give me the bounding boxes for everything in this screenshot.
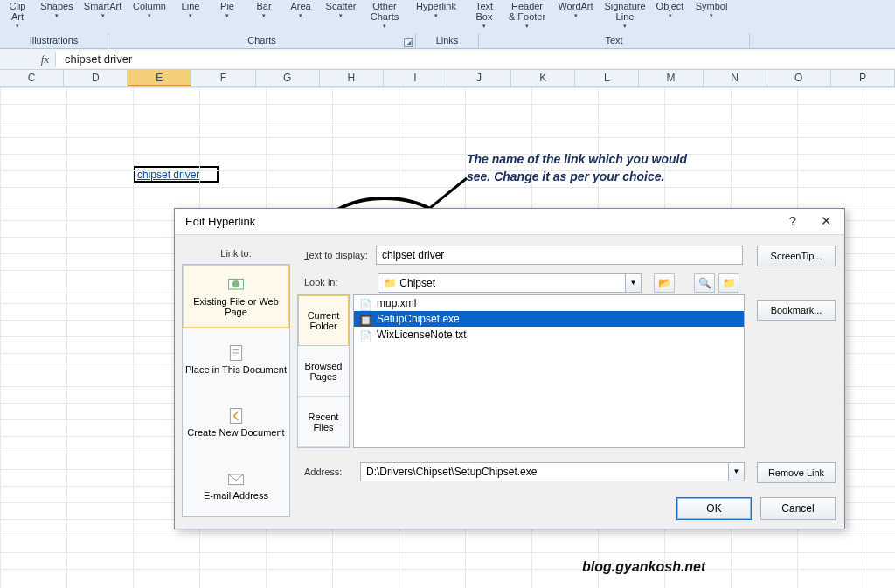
linkto-place-in-this-document[interactable]: Place in This Document — [183, 328, 289, 391]
look-in-dropdown[interactable]: 📁 Chipset — [378, 273, 626, 293]
link-to-bar: Existing File or Web PagePlace in This D… — [182, 264, 290, 517]
column-header-I[interactable]: I — [384, 70, 448, 86]
edit-hyperlink-dialog: Edit Hyperlink ? ✕ Link to: Existing Fil… — [174, 208, 845, 529]
browse-tab-browsed-pages[interactable]: Browsed Pages — [298, 346, 349, 397]
text-to-display-label: Text to display: — [304, 250, 368, 260]
file-row[interactable]: 📄mup.xml — [354, 295, 744, 311]
ribbon-area-button[interactable]: Area▾ — [282, 0, 319, 33]
linkto-existing-file-or-web-page[interactable]: Existing File or Web Page — [183, 265, 289, 328]
look-in-dropdown-button[interactable]: ▼ — [626, 273, 642, 293]
browse-tabs: Current FolderBrowsed PagesRecent Files — [297, 294, 350, 448]
column-header-G[interactable]: G — [256, 70, 320, 86]
file-row[interactable]: 🔲SetupChipset.exe — [354, 311, 744, 327]
remove-link-button[interactable]: Remove Link — [757, 462, 836, 483]
ribbon-line-button[interactable]: Line▾ — [172, 0, 209, 33]
ribbon-object-button[interactable]: Object▾ — [650, 0, 690, 33]
column-header-F[interactable]: F — [191, 70, 255, 86]
screentip-button[interactable]: ScreenTip... — [757, 246, 836, 266]
column-header-J[interactable]: J — [448, 70, 511, 86]
file-list[interactable]: 📄mup.xml🔲SetupChipset.exe📄WixLicenseNote… — [353, 294, 745, 448]
ok-button[interactable]: OK — [676, 497, 752, 520]
file-icon: 📄 — [359, 329, 371, 341]
ribbon-textbox-button[interactable]: TextBox▾ — [466, 0, 503, 33]
folder-up-icon: 📂 — [658, 277, 671, 289]
text-to-display-input[interactable]: chipset driver — [376, 246, 743, 265]
ribbon-clipart-button[interactable]: ClipArt▾ — [0, 0, 35, 33]
formula-input[interactable]: chipset driver — [56, 51, 895, 68]
dialog-help-button[interactable]: ? — [776, 209, 809, 233]
column-header-P[interactable]: P — [831, 70, 895, 86]
svg-point-4 — [232, 280, 239, 287]
column-header-N[interactable]: N — [704, 70, 767, 86]
address-dropdown-button[interactable]: ▼ — [729, 462, 745, 481]
column-header-D[interactable]: D — [64, 70, 128, 86]
ribbon-headerfooter-button[interactable]: Header& Footer▾ — [503, 0, 552, 33]
browse-tab-current-folder[interactable]: Current Folder — [298, 295, 349, 346]
column-header-L[interactable]: L — [575, 70, 639, 86]
ribbon-signatureline-button[interactable]: SignatureLine▾ — [600, 0, 650, 33]
dialog-close-button[interactable]: ✕ — [809, 209, 843, 233]
file-icon: 📄 — [359, 297, 371, 309]
annotation-display-text: The name of the link which you would see… — [467, 150, 694, 185]
svg-rect-6 — [230, 408, 241, 423]
file-row[interactable]: 📄WixLicenseNote.txt — [354, 327, 744, 342]
browse-tab-recent-files[interactable]: Recent Files — [298, 397, 349, 447]
ribbon-scatter-button[interactable]: Scatter▾ — [319, 0, 363, 33]
browse-file-button[interactable]: 📁 — [718, 273, 739, 293]
column-header-K[interactable]: K — [511, 70, 575, 86]
open-folder-icon: 📁 — [723, 277, 736, 289]
linkto-create-new-document[interactable]: Create New Document — [183, 391, 289, 453]
ribbon-shapes-button[interactable]: Shapes▾ — [35, 0, 79, 33]
column-header-E[interactable]: E — [128, 70, 191, 86]
link-to-label: Link to: — [184, 248, 288, 259]
ribbon-symbol-button[interactable]: Symbol▾ — [690, 0, 733, 33]
formula-bar: fx chipset driver — [0, 49, 895, 70]
column-header-M[interactable]: M — [639, 70, 703, 86]
column-header-C[interactable]: C — [0, 70, 64, 86]
browse-web-button[interactable]: 🔍 — [694, 273, 715, 293]
watermark: blog.gyankosh.net — [582, 559, 705, 575]
ribbon-pie-button[interactable]: Pie▾ — [209, 0, 246, 33]
cancel-button[interactable]: Cancel — [760, 497, 836, 520]
hyperlink-cell[interactable]: chipset driver — [133, 166, 219, 183]
up-one-level-button[interactable]: 📂 — [654, 273, 675, 293]
address-label: Address: — [304, 467, 342, 477]
column-header-O[interactable]: O — [767, 70, 831, 86]
ribbon-bar-button[interactable]: Bar▾ — [246, 0, 282, 33]
ribbon-column-button[interactable]: Column▾ — [127, 0, 172, 33]
column-header-H[interactable]: H — [320, 70, 384, 86]
bookmark-button[interactable]: Bookmark... — [757, 300, 836, 321]
linkto-icon — [227, 470, 245, 488]
linkto-icon — [227, 276, 245, 294]
group-illustrations: Illustrations — [0, 33, 108, 49]
look-in-label: Look in: — [304, 277, 338, 287]
group-charts: Charts◢ — [108, 33, 416, 49]
folder-icon: 📁 — [384, 277, 397, 289]
group-links: Links — [416, 33, 479, 49]
linkto-icon — [227, 344, 245, 362]
globe-search-icon: 🔍 — [698, 277, 711, 289]
fx-icon[interactable]: fx — [35, 52, 56, 66]
address-input[interactable]: D:\Drivers\Chipset\SetupChipset.exe — [360, 462, 729, 481]
dialog-title: Edit Hyperlink — [175, 209, 844, 235]
ribbon-wordart-button[interactable]: WordArt▾ — [552, 0, 600, 33]
ribbon-smartart-button[interactable]: SmartArt▾ — [79, 0, 127, 33]
ribbon-hyperlink-button[interactable]: Hyperlink▾ — [406, 0, 466, 33]
linkto-icon — [227, 407, 245, 425]
ribbon-othercharts-button[interactable]: OtherCharts▾ — [363, 0, 406, 33]
file-icon: 🔲 — [359, 313, 371, 325]
group-text: Text — [479, 33, 750, 49]
ribbon: ClipArt▾Shapes▾SmartArt▾Column▾Line▾Pie▾… — [0, 0, 895, 49]
linkto-e-mail-address[interactable]: E-mail Address — [183, 453, 289, 516]
